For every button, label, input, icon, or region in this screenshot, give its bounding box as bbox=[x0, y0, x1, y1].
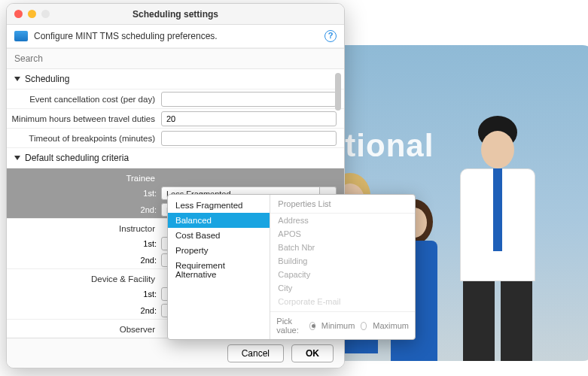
max-label: Maximum bbox=[373, 321, 409, 330]
prop-item[interactable]: City bbox=[270, 281, 415, 295]
search-input[interactable] bbox=[7, 48, 344, 69]
field-row: Event cancellation cost (per day) bbox=[7, 89, 344, 109]
section-title: Default scheduling criteria bbox=[25, 153, 129, 163]
section-criteria[interactable]: Default scheduling criteria bbox=[7, 148, 344, 168]
radio-maximum[interactable] bbox=[361, 322, 367, 330]
prop-item[interactable]: Building bbox=[270, 254, 415, 268]
field-label: Event cancellation cost (per day) bbox=[7, 95, 161, 104]
minimize-icon[interactable] bbox=[28, 10, 36, 18]
option-cost-based[interactable]: Cost Based bbox=[168, 228, 270, 243]
pick-label: Pick value: bbox=[276, 317, 303, 335]
properties-list: Address APOS Batch Nbr Building Capacity… bbox=[270, 214, 415, 311]
chevron-down-icon bbox=[14, 156, 20, 160]
subheader: Configure MINT TMS scheduling preference… bbox=[7, 25, 344, 48]
role-label: Trainee bbox=[7, 171, 161, 183]
footer: Cancel OK bbox=[7, 338, 344, 368]
properties-panel: Properties List Address APOS Batch Nbr B… bbox=[270, 195, 415, 339]
prop-item[interactable]: Capacity bbox=[270, 268, 415, 281]
role-label: Observer bbox=[7, 322, 161, 334]
role-label: Device & Facility bbox=[7, 271, 161, 284]
window-controls[interactable] bbox=[14, 10, 50, 18]
scroll-thumb[interactable] bbox=[335, 73, 341, 111]
window-title: Scheduling settings bbox=[7, 9, 344, 20]
zoom-icon[interactable] bbox=[41, 10, 50, 18]
prop-item[interactable]: Address bbox=[270, 214, 415, 227]
role-label: Instructor bbox=[7, 221, 161, 233]
field-label: Minimum hours between travel duties bbox=[7, 114, 161, 123]
chevron-down-icon bbox=[14, 77, 20, 81]
help-icon[interactable]: ? bbox=[324, 30, 337, 42]
properties-header: Properties List bbox=[270, 195, 415, 214]
ord-label: 1st: bbox=[7, 189, 161, 198]
event-cancel-cost-input[interactable] bbox=[161, 92, 337, 107]
prop-item[interactable]: Batch Nbr bbox=[270, 241, 415, 254]
radio-minimum[interactable] bbox=[309, 322, 315, 330]
criteria-picker-popup: Less Fragmented Balanced Cost Based Prop… bbox=[167, 194, 416, 340]
ord-label: 2nd: bbox=[7, 205, 161, 214]
ok-button[interactable]: OK bbox=[291, 344, 334, 362]
pick-value-row: Pick value: Minimum Maximum bbox=[270, 311, 415, 339]
field-row: Minimum hours between travel duties bbox=[7, 109, 344, 129]
titlebar: Scheduling settings bbox=[7, 4, 344, 25]
field-row: Timeout of breakpoints (minutes) bbox=[7, 129, 344, 148]
prop-item[interactable]: APOS bbox=[270, 227, 415, 241]
section-scheduling[interactable]: Scheduling bbox=[7, 69, 344, 89]
section-title: Scheduling bbox=[25, 74, 69, 84]
option-balanced[interactable]: Balanced bbox=[168, 213, 270, 228]
option-less-fragmented[interactable]: Less Fragmented bbox=[168, 198, 270, 213]
option-list: Less Fragmented Balanced Cost Based Prop… bbox=[168, 195, 270, 339]
app-icon bbox=[14, 31, 28, 41]
min-label: Minimum bbox=[321, 321, 355, 330]
min-hours-input[interactable] bbox=[161, 111, 337, 126]
option-requirement-alt[interactable]: Requirement Alternative bbox=[168, 258, 270, 282]
subtitle: Configure MINT TMS scheduling preference… bbox=[34, 31, 218, 41]
option-property[interactable]: Property bbox=[168, 243, 270, 258]
cancel-button[interactable]: Cancel bbox=[227, 344, 284, 362]
prop-item[interactable]: Corporate E-mail bbox=[270, 295, 415, 308]
field-label: Timeout of breakpoints (minutes) bbox=[7, 134, 161, 143]
close-icon[interactable] bbox=[14, 10, 23, 18]
timeout-input[interactable] bbox=[161, 131, 337, 146]
